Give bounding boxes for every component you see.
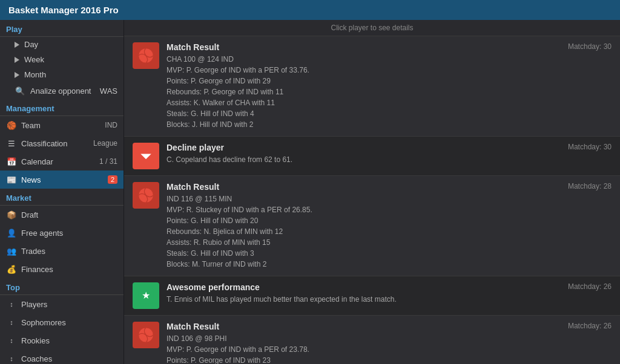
news-content: Click player to see details Match Result…	[124, 20, 620, 364]
basketball-icon	[133, 42, 159, 69]
sidebar-item-classification[interactable]: ☰ Classification League	[0, 134, 124, 152]
sidebar-item-month[interactable]: Month	[0, 67, 124, 82]
news-title: Match Result	[167, 182, 612, 192]
news-matchday: Matchday: 26	[568, 322, 612, 330]
sidebar-item-trades[interactable]: 👥 Trades	[0, 242, 124, 260]
news-body: Awesome performance T. Ennis of MIL has …	[167, 282, 612, 305]
coaches-icon: ↕	[6, 353, 17, 364]
click-hint: Click player to see details	[124, 20, 620, 36]
sidebar-sophomores-label: Sophomores	[21, 318, 117, 327]
news-title: Decline player	[167, 143, 612, 152]
sidebar-item-finances[interactable]: 💰 Finances	[0, 260, 124, 278]
sidebar-item-rookies[interactable]: ↕ Rookies	[0, 331, 124, 349]
finances-icon: 💰	[6, 264, 17, 275]
news-icon: 📰	[6, 174, 17, 185]
sidebar-section-play: Play	[0, 20, 124, 37]
news-body: Match Result CHA 100 @ 124 INDMVP: P. Ge…	[167, 42, 612, 130]
sidebar-calendar-value: 1 / 31	[99, 157, 117, 166]
sidebar-month-label: Month	[24, 70, 46, 79]
sidebar-item-coaches[interactable]: ↕ Coaches	[0, 349, 124, 364]
sidebar-analize-label: Analize opponent	[30, 86, 91, 96]
app-title: Basket Manager 2016 Pro	[0, 0, 620, 20]
news-text: IND 106 @ 98 PHIMVP: P. George of IND wi…	[167, 333, 612, 364]
news-matchday: Matchday: 26	[568, 282, 612, 291]
sidebar-players-label: Players	[21, 300, 117, 309]
sidebar-news-label: News	[21, 175, 105, 184]
news-text: T. Ennis of MIL has played much better t…	[167, 294, 612, 305]
sidebar-classification-value: League	[93, 139, 117, 148]
news-title: Match Result	[167, 322, 612, 331]
play-arrow-icon	[15, 42, 19, 48]
sidebar-coaches-label: Coaches	[21, 354, 117, 363]
search-icon: 🔍	[15, 85, 25, 96]
basketball-icon	[133, 182, 159, 209]
sidebar-item-day[interactable]: Day	[0, 37, 124, 52]
sidebar-day-label: Day	[24, 40, 38, 49]
list-icon: ☰	[6, 138, 17, 149]
news-text: CHA 100 @ 124 INDMVP: P. George of IND w…	[167, 54, 612, 130]
sidebar-week-label: Week	[24, 55, 44, 64]
basketball-icon	[133, 322, 159, 348]
sidebar-section-top: Top	[0, 278, 124, 295]
sidebar-item-players[interactable]: ↕ Players	[0, 295, 124, 313]
news-matchday: Matchday: 30	[568, 42, 612, 51]
sidebar-item-team[interactable]: 🏀 Team IND	[0, 116, 124, 134]
news-list: Match Result CHA 100 @ 124 INDMVP: P. Ge…	[124, 36, 620, 364]
news-item-match2[interactable]: Match Result IND 116 @ 115 MINMVP: R. St…	[124, 176, 620, 276]
news-item-match3[interactable]: Match Result IND 106 @ 98 PHIMVP: P. Geo…	[124, 316, 620, 364]
news-item-match1[interactable]: Match Result CHA 100 @ 124 INDMVP: P. Ge…	[124, 36, 620, 137]
rookies-icon: ↕	[6, 335, 17, 346]
sidebar-item-free-agents[interactable]: 👤 Free agents	[0, 224, 124, 242]
news-item-decline1[interactable]: Decline player C. Copeland has decline f…	[124, 137, 620, 176]
sidebar-finances-label: Finances	[21, 265, 117, 274]
calendar-icon: 📅	[6, 156, 17, 167]
sidebar-classification-label: Classification	[21, 139, 91, 148]
news-body: Match Result IND 116 @ 115 MINMVP: R. St…	[167, 182, 612, 270]
sidebar-rookies-label: Rookies	[21, 336, 117, 345]
sidebar: Play Day Week Month 🔍 Analize opponent W…	[0, 20, 124, 364]
sidebar-item-analize[interactable]: 🔍 Analize opponent WAS	[0, 82, 124, 99]
sidebar-item-week[interactable]: Week	[0, 52, 124, 67]
sidebar-team-value: IND	[105, 121, 117, 129]
news-matchday: Matchday: 28	[568, 182, 612, 190]
news-matchday: Matchday: 30	[568, 143, 612, 151]
news-text: IND 116 @ 115 MINMVP: R. Stuckey of IND …	[167, 193, 612, 270]
news-item-awesome1[interactable]: ★ Awesome performance T. Ennis of MIL ha…	[124, 276, 620, 316]
sidebar-trades-label: Trades	[21, 247, 117, 256]
sidebar-item-calendar[interactable]: 📅 Calendar 1 / 31	[0, 152, 124, 171]
decline-icon	[133, 143, 159, 169]
performance-icon: ★	[133, 282, 159, 309]
sidebar-item-sophomores[interactable]: ↕ Sophomores	[0, 313, 124, 331]
basketball-icon: 🏀	[6, 120, 17, 131]
sidebar-item-news[interactable]: 📰 News 2	[0, 171, 124, 189]
svg-text:★: ★	[142, 290, 150, 301]
sidebar-analize-value: WAS	[100, 86, 117, 96]
players-icon: ↕	[6, 299, 17, 310]
news-body: Match Result IND 106 @ 98 PHIMVP: P. Geo…	[167, 322, 612, 364]
draft-icon: 📦	[6, 209, 17, 220]
sidebar-section-market: Market	[0, 189, 124, 206]
trades-icon: 👥	[6, 245, 17, 256]
sidebar-free-agents-label: Free agents	[21, 229, 117, 238]
sidebar-team-label: Team	[21, 121, 102, 130]
play-arrow-icon	[15, 57, 19, 63]
news-text: C. Copeland has decline from 62 to 61.	[167, 154, 612, 165]
play-arrow-icon	[15, 72, 19, 78]
person-icon: 👤	[6, 227, 17, 238]
news-title: Match Result	[167, 42, 612, 52]
sidebar-calendar-label: Calendar	[21, 157, 97, 166]
sidebar-news-badge: 2	[108, 175, 117, 184]
news-title: Awesome performance	[167, 282, 612, 292]
sophomores-icon: ↕	[6, 317, 17, 328]
sidebar-draft-label: Draft	[21, 210, 117, 219]
sidebar-section-management: Management	[0, 99, 124, 116]
news-body: Decline player C. Copeland has decline f…	[167, 143, 612, 165]
sidebar-item-draft[interactable]: 📦 Draft	[0, 206, 124, 224]
